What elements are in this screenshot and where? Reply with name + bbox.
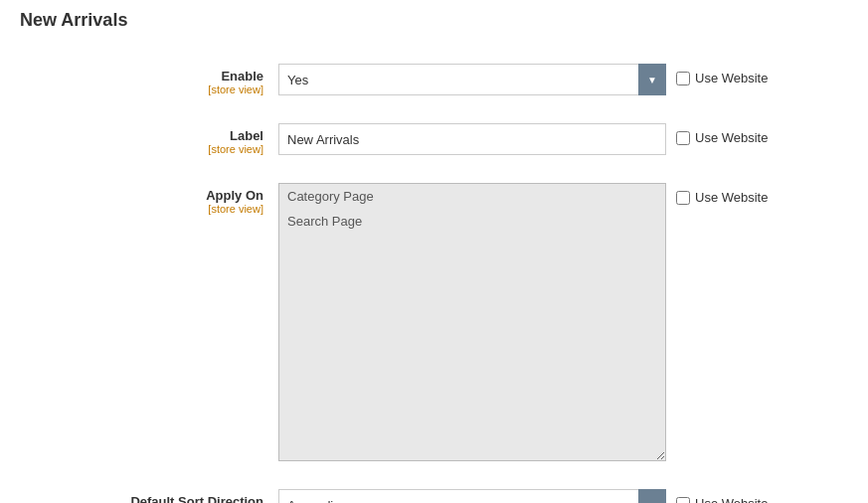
sort-direction-label: Default Sort Direction (20, 494, 263, 503)
sort-direction-label-col: Default Sort Direction [store view] (20, 489, 278, 503)
sort-direction-control: Ascending Descending (278, 489, 666, 503)
apply-on-store-view-link[interactable]: [store view] (20, 203, 263, 215)
enable-store-view-link[interactable]: [store view] (20, 84, 263, 95)
page-title: New Arrivals (20, 10, 848, 36)
apply-on-option-search[interactable]: Search Page (279, 209, 665, 234)
sort-direction-row: Default Sort Direction [store view] Asce… (20, 481, 848, 503)
apply-on-label-col: Apply On [store view] (20, 183, 278, 215)
sort-direction-use-website-label[interactable]: Use Website (676, 496, 768, 503)
apply-on-use-website-label[interactable]: Use Website (676, 190, 768, 205)
apply-on-use-website-checkbox[interactable] (676, 191, 690, 205)
sort-direction-use-website-text: Use Website (695, 496, 768, 503)
apply-on-option-category[interactable]: Category Page (279, 184, 665, 209)
enable-select-wrapper: Yes No (278, 64, 666, 95)
label-use-website-text: Use Website (695, 130, 768, 145)
apply-on-use-website-col: Use Website (666, 183, 795, 205)
enable-use-website-col: Use Website (666, 64, 795, 85)
enable-select[interactable]: Yes No (278, 64, 666, 95)
label-use-website-col: Use Website (666, 123, 795, 145)
sort-direction-select-wrapper: Ascending Descending (278, 489, 666, 503)
enable-control: Yes No (278, 64, 666, 95)
apply-on-control: Category Page Search Page (278, 183, 666, 461)
label-field-label: Label (20, 128, 263, 143)
label-row: Label [store view] Use Website (20, 115, 848, 163)
sort-direction-use-website-col: Use Website (666, 489, 795, 503)
enable-label: Enable (20, 69, 263, 84)
enable-use-website-checkbox[interactable] (676, 72, 690, 85)
settings-form: Enable [store view] Yes No Use Website L… (20, 56, 848, 503)
label-use-website-label[interactable]: Use Website (676, 130, 768, 145)
apply-on-multiselect[interactable]: Category Page Search Page (278, 183, 666, 461)
enable-use-website-label[interactable]: Use Website (676, 71, 768, 85)
sort-direction-select[interactable]: Ascending Descending (278, 489, 666, 503)
label-use-website-checkbox[interactable] (676, 131, 690, 145)
label-control (278, 123, 666, 155)
apply-on-use-website-text: Use Website (695, 190, 768, 205)
label-input[interactable] (278, 123, 666, 155)
enable-label-col: Enable [store view] (20, 64, 278, 95)
label-label-col: Label [store view] (20, 123, 278, 155)
apply-on-label: Apply On (20, 188, 263, 203)
enable-use-website-text: Use Website (695, 71, 768, 85)
enable-row: Enable [store view] Yes No Use Website (20, 56, 848, 103)
sort-direction-use-website-checkbox[interactable] (676, 497, 690, 504)
label-store-view-link[interactable]: [store view] (20, 143, 263, 155)
apply-on-row: Apply On [store view] Category Page Sear… (20, 175, 848, 469)
